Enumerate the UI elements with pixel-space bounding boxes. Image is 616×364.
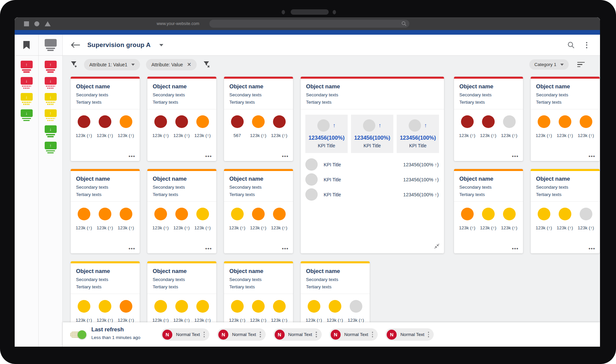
alarm-rect: ↑ (45, 142, 57, 149)
object-name: Object name (229, 268, 288, 275)
trend-arrow-icon: ↓ (49, 127, 52, 131)
chip-menu-icon[interactable] (204, 332, 206, 337)
card-menu-icon[interactable]: ••• (129, 153, 135, 159)
secondary-text: Secondary texts (306, 277, 364, 282)
card-header: Object name Secondary texts Tertiary tex… (224, 79, 293, 105)
kpi-values: 123k (↑)123k (↑)123k (↑) (454, 128, 523, 138)
status-circle-gold (482, 208, 495, 220)
alarm-bar (46, 86, 55, 87)
trend-arrow-icon: ↑ (49, 143, 52, 148)
status-circle-gray (580, 208, 592, 220)
kpi-tile[interactable]: ↑ 123456(100%) KPI Title (305, 115, 348, 153)
severity-badge: N (331, 330, 341, 340)
object-card[interactable]: Object name Secondary texts Tertiary tex… (224, 77, 293, 161)
status-circle-darkred (482, 115, 495, 128)
kpi-value: 123k (↑) (248, 318, 269, 323)
object-card[interactable]: Object name Secondary texts Tertiary tex… (147, 169, 216, 253)
alarm-red-down-icon[interactable]: ↓ (44, 77, 57, 89)
status-circle-orange (252, 208, 265, 220)
card-header: Object name Secondary texts Tertiary tex… (531, 171, 600, 197)
object-card[interactable]: Object name Secondary texts Tertiary tex… (224, 169, 293, 253)
secondary-text: Secondary texts (153, 184, 211, 190)
status-circle-gold (99, 300, 111, 313)
tertiary-text: Tertiary texts (229, 192, 288, 197)
chip-menu-icon[interactable] (372, 332, 374, 337)
status-circles (224, 202, 293, 220)
kpi-tile-top: ↑ (409, 119, 427, 132)
card-header: Object name Secondary texts Tertiary tex… (454, 171, 523, 197)
alarm-red-up-icon[interactable]: ↑ (44, 61, 57, 73)
alarm-green-down-icon[interactable]: ↓ (44, 125, 57, 137)
object-card[interactable]: Object name Secondary texts Tertiary tex… (71, 77, 140, 161)
status-circles (224, 109, 293, 128)
kpi-tile[interactable]: ↑ 123456(100%) KPI Title (351, 115, 393, 153)
status-chip[interactable]: N Normal Text (273, 328, 322, 341)
tertiary-text: Tertiary texts (153, 284, 211, 290)
status-circle-darkred (175, 115, 188, 128)
auto-refresh-toggle[interactable] (70, 331, 85, 338)
alarm-bar (23, 88, 30, 89)
bookmark-tab[interactable] (15, 35, 38, 55)
alarm-bar (47, 71, 54, 73)
kpi-values: 123k (↑)123k (↑)123k (↑) (147, 313, 216, 323)
alarm-bar (22, 86, 31, 87)
card-header: Object name Secondary texts Tertiary tex… (147, 171, 216, 197)
object-name: Object name (459, 83, 518, 90)
last-refresh-block: Last refresh Less than 1 minutes ago (91, 326, 140, 340)
object-card[interactable]: Object name Secondary texts Tertiary tex… (454, 77, 523, 161)
status-chip[interactable]: N Normal Text (385, 328, 434, 341)
status-chip[interactable]: N Normal Text (329, 328, 378, 341)
object-card[interactable]: Object name Secondary texts Tertiary tex… (71, 169, 140, 253)
kpi-value: 123k (↑) (554, 133, 575, 138)
bookmark-icon (23, 41, 30, 49)
card-menu-icon[interactable]: ••• (282, 246, 289, 251)
kpi-value: 123k (↑) (269, 318, 290, 323)
kpi-values: 123k (↑)123k (↑)123k (↑) (147, 128, 216, 138)
alarm-red-down-icon[interactable]: ↓ (20, 77, 33, 89)
alarm-bar (47, 88, 54, 89)
object-card[interactable]: Object name Secondary texts Tertiary tex… (147, 77, 216, 161)
expanded-object-card[interactable]: Object name Secondary texts Tertiary tex… (301, 77, 444, 253)
status-chip[interactable]: N Normal Text (217, 328, 265, 341)
kpi-title: KPI Title (318, 143, 335, 148)
status-circles (531, 202, 600, 220)
alarm-green-up-icon[interactable]: ↑ (44, 142, 57, 154)
camera-dot-icon (282, 10, 285, 14)
status-circle-orange (154, 208, 167, 220)
status-circle-gold (538, 208, 550, 220)
chip-menu-icon[interactable] (316, 332, 318, 337)
chip-menu-icon[interactable] (428, 332, 430, 337)
chip-menu-icon[interactable] (260, 332, 262, 337)
card-menu-icon[interactable]: ••• (512, 246, 519, 251)
card-menu-icon[interactable]: ••• (129, 246, 135, 251)
kpi-tile[interactable]: ↑ 123456(100%) KPI Title (397, 115, 439, 153)
object-name: Object name (459, 176, 518, 182)
card-menu-icon[interactable]: ••• (589, 153, 595, 159)
kpi-value: 123k (↑) (478, 133, 499, 138)
alarm-yellow-down-icon[interactable]: ↓ (20, 93, 33, 105)
card-menu-icon[interactable]: ••• (282, 153, 289, 159)
card-menu-icon[interactable]: ••• (205, 153, 212, 159)
tertiary-text: Tertiary texts (76, 99, 134, 105)
card-menu-icon[interactable]: ••• (205, 246, 212, 251)
status-circles (224, 294, 293, 313)
card-menu-icon[interactable]: ••• (589, 246, 595, 251)
object-card[interactable]: Object name Secondary texts Tertiary tex… (531, 77, 600, 161)
alarm-green-down-icon[interactable]: ↓ (20, 109, 33, 121)
sidebar-column-bookmarks: ↑ ↓ ↓ ↓ (15, 35, 39, 347)
card-menu-icon[interactable]: ••• (512, 153, 519, 159)
alarm-yellow-up-icon[interactable]: ↑ (44, 109, 57, 121)
object-card[interactable]: Object name Secondary texts Tertiary tex… (531, 169, 600, 253)
monitor-tab[interactable] (39, 35, 62, 55)
alarm-yellow-down-icon[interactable]: ↓ (44, 93, 57, 105)
object-card[interactable]: Object name Secondary texts Tertiary tex… (454, 169, 523, 253)
kpi-row[interactable]: KPI Title 123456(100% ↑) (305, 187, 439, 202)
kpi-row[interactable]: KPI Title 123456(100% ↑) (305, 172, 439, 187)
kpi-row[interactable]: KPI Title 123456(100% ↑) (305, 157, 439, 172)
status-chip[interactable]: N Normal Text (161, 328, 209, 341)
kpi-value: 567 (227, 133, 248, 138)
alarm-red-up-icon[interactable]: ↑ (20, 61, 33, 73)
collapse-icon[interactable] (434, 243, 440, 250)
kpi-value: 123456(100% ↑) (403, 162, 439, 167)
kpi-values: 123k (↑)123k (↑)123k (↑) (224, 313, 293, 323)
